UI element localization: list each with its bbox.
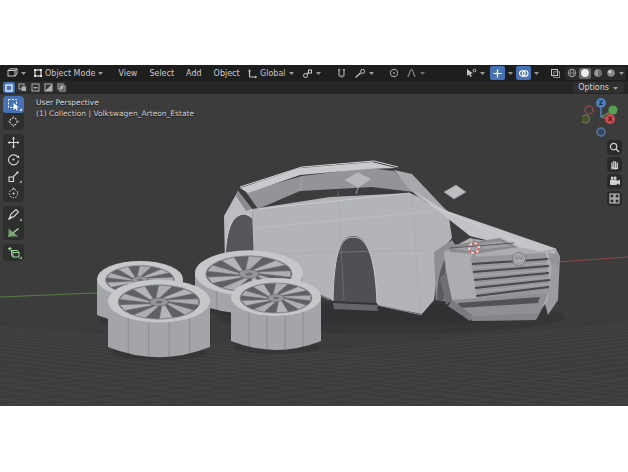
select-intersect-icon	[57, 83, 66, 92]
gizmo-z-label: Z	[599, 99, 604, 106]
proportional-editing-toggle[interactable]	[387, 66, 401, 80]
tool-move[interactable]	[3, 134, 24, 151]
chevron-down-icon	[368, 69, 375, 77]
pan-button[interactable]	[607, 157, 622, 172]
proportional-falloff-dropdown[interactable]	[404, 66, 428, 80]
shading-wireframe-button[interactable]	[566, 68, 578, 79]
wheel-rim-object[interactable]	[108, 280, 210, 360]
select-subtract-icon	[31, 83, 40, 92]
material-preview-icon	[593, 68, 603, 78]
snap-toggle-button[interactable]	[334, 66, 349, 80]
xray-icon	[550, 68, 561, 79]
wheel-rim-object[interactable]	[231, 278, 321, 354]
gizmo-minus-x-ball[interactable]	[585, 106, 593, 114]
tool-annotate[interactable]	[3, 206, 24, 223]
select-set-icon	[5, 84, 13, 92]
measure-icon	[7, 225, 20, 238]
zoom-button[interactable]	[607, 140, 622, 155]
select-extend-icon	[18, 83, 27, 92]
menu-add[interactable]: Add	[186, 69, 202, 78]
select-mode-extend-button[interactable]	[16, 82, 28, 93]
select-mode-set-button[interactable]	[3, 82, 15, 93]
vw-badge	[513, 253, 526, 266]
options-dropdown[interactable]: Options	[573, 82, 624, 93]
tool-cursor[interactable]	[3, 113, 24, 130]
chevron-down-icon[interactable]	[618, 69, 625, 77]
cursor-tool-icon	[7, 115, 20, 128]
camera-icon	[609, 176, 621, 187]
shading-solid-button[interactable]	[579, 68, 591, 79]
chevron-down-icon	[315, 69, 322, 77]
camera-view-button[interactable]	[607, 174, 622, 189]
gizmo-minus-z-ball[interactable]	[597, 128, 605, 136]
chevron-down-icon	[612, 84, 619, 92]
object-type-visibility-dropdown[interactable]	[463, 66, 488, 80]
header-middle-controls: Global	[245, 65, 428, 81]
chevron-down-icon	[20, 69, 27, 77]
tool-rotate[interactable]	[3, 151, 24, 168]
menu-view[interactable]: View	[118, 69, 137, 78]
chevron-down-icon	[419, 69, 426, 77]
select-invert-icon	[44, 83, 53, 92]
tool-scale[interactable]	[3, 168, 24, 185]
orientation-label: Global	[260, 69, 286, 78]
wireframe-shading-icon	[567, 68, 577, 78]
tool-add-cube[interactable]	[3, 244, 24, 261]
blender-window: Object Mode View Select Add Object Globa…	[0, 65, 628, 406]
menu-object[interactable]: Object	[214, 69, 240, 78]
gizmos-toggle[interactable]	[490, 66, 505, 80]
orientation-gizmo[interactable]: Z X	[582, 97, 626, 139]
shading-material-button[interactable]	[592, 68, 604, 79]
chevron-down-icon[interactable]	[507, 69, 514, 77]
pivot-point-icon	[302, 68, 313, 79]
solid-shading-icon	[580, 68, 590, 78]
screenshot-page: Object Mode View Select Add Object Globa…	[0, 0, 628, 472]
viewport-header: Object Mode View Select Add Object Globa…	[0, 65, 628, 81]
toggle-orthographic-button[interactable]	[607, 191, 622, 206]
hand-icon	[609, 159, 620, 170]
tool-measure[interactable]	[3, 223, 24, 240]
transform-orientation-icon	[247, 68, 258, 79]
xray-toggle[interactable]	[548, 66, 563, 80]
header-right-controls	[463, 65, 626, 81]
gizmos-icon	[492, 68, 503, 79]
overlays-toggle[interactable]	[516, 66, 531, 80]
rendered-shading-icon	[606, 68, 616, 78]
pivot-point-dropdown[interactable]	[300, 66, 324, 80]
move-icon	[7, 136, 20, 149]
chevron-down-icon	[288, 69, 295, 77]
tool-shelf	[3, 96, 24, 261]
chevron-down-icon	[479, 69, 486, 77]
chevron-down-icon	[97, 69, 104, 77]
object-type-visibility-icon	[465, 68, 477, 79]
select-mode-intersect-button[interactable]	[55, 82, 67, 93]
editor-type-3d-viewport-icon	[6, 67, 18, 79]
perspective-grid-icon	[609, 193, 620, 204]
magnifier-icon	[609, 142, 620, 153]
editor-type-button[interactable]	[4, 66, 29, 80]
tool-transform[interactable]	[3, 185, 24, 202]
tool-select-box[interactable]	[3, 96, 24, 113]
scene-canvas	[0, 94, 628, 406]
menu-select[interactable]: Select	[149, 69, 174, 78]
snap-magnet-icon	[336, 68, 347, 79]
overlays-icon	[518, 68, 529, 79]
select-mode-subtract-button[interactable]	[29, 82, 41, 93]
shading-mode-group	[565, 67, 626, 80]
object-mode-icon	[33, 68, 43, 78]
shading-rendered-button[interactable]	[605, 68, 617, 79]
select-mode-invert-button[interactable]	[42, 82, 54, 93]
proportional-editing-icon	[389, 68, 399, 78]
gizmo-x-label: X	[608, 115, 613, 122]
transform-orientation-dropdown[interactable]: Global	[245, 66, 297, 80]
gizmo-y-ball[interactable]	[608, 105, 617, 114]
viewport-3d[interactable]: User Perspective (1) Collection | Volksw…	[0, 94, 628, 406]
gizmo-minus-y-ball[interactable]	[582, 115, 590, 123]
snap-target-dropdown[interactable]	[352, 66, 377, 80]
tool-settings-bar: Options	[0, 81, 628, 94]
chevron-down-icon[interactable]	[533, 69, 540, 77]
options-label: Options	[578, 83, 609, 92]
object-mode-dropdown[interactable]: Object Mode	[31, 66, 106, 80]
object-mode-label: Object Mode	[45, 69, 95, 78]
transform-icon	[7, 187, 20, 200]
